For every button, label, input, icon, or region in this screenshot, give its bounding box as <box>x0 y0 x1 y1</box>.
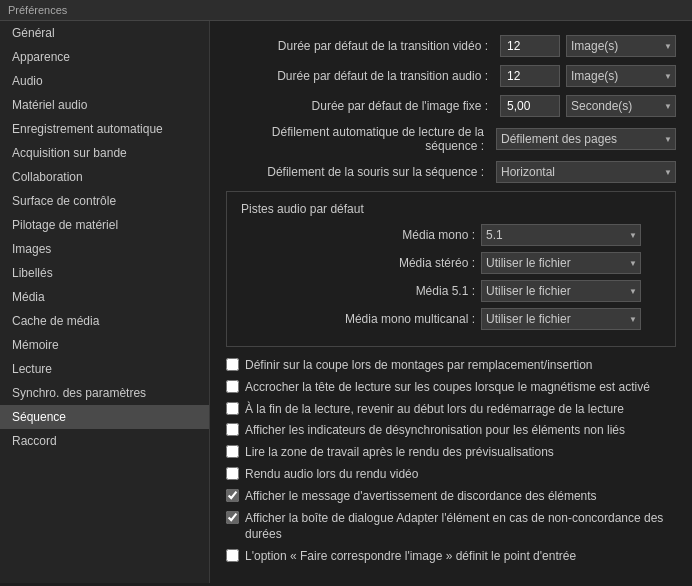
checkbox-label-7: Afficher la boîte de dialogue Adapter l'… <box>245 510 676 544</box>
transition-label-0: Durée par défaut de la transition vidéo … <box>226 39 494 53</box>
sidebar-item-pilotage-materiel[interactable]: Pilotage de matériel <box>0 213 209 237</box>
sidebar-item-synchro-parametres[interactable]: Synchro. des paramètres <box>0 381 209 405</box>
transition-row-2: Durée par défaut de l'image fixe :Second… <box>226 95 676 117</box>
checkbox-row-8: L'option « Faire correspondre l'image » … <box>226 548 676 565</box>
audio-track-select-wrapper-1: Utiliser le fichier <box>481 252 641 274</box>
checkbox-row-4: Lire la zone de travail après le rendu d… <box>226 444 676 461</box>
sidebar-item-media[interactable]: Média <box>0 285 209 309</box>
transition-input-0[interactable] <box>500 35 560 57</box>
sidebar: GénéralApparenceAudioMatériel audioEnreg… <box>0 21 210 583</box>
audio-track-row-2: Média 5.1 :Utiliser le fichier <box>241 280 661 302</box>
audio-track-select-0[interactable]: 5.1 <box>481 224 641 246</box>
sidebar-item-audio[interactable]: Audio <box>0 69 209 93</box>
transition-input-2[interactable] <box>500 95 560 117</box>
sidebar-item-collaboration[interactable]: Collaboration <box>0 165 209 189</box>
checkbox-row-7: Afficher la boîte de dialogue Adapter l'… <box>226 510 676 544</box>
checkbox-row-0: Définir sur la coupe lors de montages pa… <box>226 357 676 374</box>
audio-track-label-0: Média mono : <box>315 228 475 242</box>
mouse-scroll-label: Défilement de la souris sur la séquence … <box>226 165 490 179</box>
sidebar-item-memoire[interactable]: Mémoire <box>0 333 209 357</box>
transition-select-wrapper-0: Image(s) <box>566 35 676 57</box>
mouse-scroll-row: Défilement de la souris sur la séquence … <box>226 161 676 183</box>
checkbox-row-3: Afficher les indicateurs de désynchronis… <box>226 422 676 439</box>
sidebar-item-enregistrement-auto[interactable]: Enregistrement automatique <box>0 117 209 141</box>
checkbox-3[interactable] <box>226 423 239 436</box>
checkbox-0[interactable] <box>226 358 239 371</box>
audio-track-select-3[interactable]: Utiliser le fichier <box>481 308 641 330</box>
transition-row-0: Durée par défaut de la transition vidéo … <box>226 35 676 57</box>
checkbox-4[interactable] <box>226 445 239 458</box>
mouse-scroll-select[interactable]: Horizontal <box>496 161 676 183</box>
checkbox-1[interactable] <box>226 380 239 393</box>
sidebar-item-sequence[interactable]: Séquence <box>0 405 209 429</box>
audio-track-select-2[interactable]: Utiliser le fichier <box>481 280 641 302</box>
transition-select-0[interactable]: Image(s) <box>566 35 676 57</box>
sidebar-item-apparence[interactable]: Apparence <box>0 45 209 69</box>
scrolling-select[interactable]: Défilement des pages <box>496 128 676 150</box>
sidebar-item-raccord[interactable]: Raccord <box>0 429 209 453</box>
scrolling-label: Défilement automatique de lecture de la … <box>226 125 490 153</box>
audio-track-row-0: Média mono :5.1 <box>241 224 661 246</box>
mouse-scroll-select-wrapper: Horizontal <box>496 161 676 183</box>
audio-track-label-2: Média 5.1 : <box>315 284 475 298</box>
transition-select-1[interactable]: Image(s) <box>566 65 676 87</box>
checkbox-2[interactable] <box>226 402 239 415</box>
checkbox-row-1: Accrocher la tête de lecture sur les cou… <box>226 379 676 396</box>
checkbox-label-1: Accrocher la tête de lecture sur les cou… <box>245 379 650 396</box>
checkbox-label-8: L'option « Faire correspondre l'image » … <box>245 548 576 565</box>
checkbox-5[interactable] <box>226 467 239 480</box>
audio-track-row-1: Média stéréo :Utiliser le fichier <box>241 252 661 274</box>
sidebar-item-libelles[interactable]: Libellés <box>0 261 209 285</box>
checkbox-row-6: Afficher le message d'avertissement de d… <box>226 488 676 505</box>
transition-select-wrapper-2: Seconde(s) <box>566 95 676 117</box>
checkbox-label-3: Afficher les indicateurs de désynchronis… <box>245 422 625 439</box>
scrolling-row: Défilement automatique de lecture de la … <box>226 125 676 153</box>
sidebar-item-materiel-audio[interactable]: Matériel audio <box>0 93 209 117</box>
transition-label-1: Durée par défaut de la transition audio … <box>226 69 494 83</box>
checkbox-8[interactable] <box>226 549 239 562</box>
audio-track-row-3: Média mono multicanal :Utiliser le fichi… <box>241 308 661 330</box>
checkbox-row-2: À la fin de la lecture, revenir au début… <box>226 401 676 418</box>
checkbox-label-4: Lire la zone de travail après le rendu d… <box>245 444 554 461</box>
transition-label-2: Durée par défaut de l'image fixe : <box>226 99 494 113</box>
audio-track-select-wrapper-3: Utiliser le fichier <box>481 308 641 330</box>
audio-track-select-wrapper-0: 5.1 <box>481 224 641 246</box>
transition-select-wrapper-1: Image(s) <box>566 65 676 87</box>
audio-track-select-1[interactable]: Utiliser le fichier <box>481 252 641 274</box>
title-bar: Préférences <box>0 0 692 21</box>
transition-input-1[interactable] <box>500 65 560 87</box>
scrolling-select-wrapper: Défilement des pages <box>496 128 676 150</box>
sidebar-item-acquisition-bande[interactable]: Acquisition sur bande <box>0 141 209 165</box>
content-area: Durée par défaut de la transition vidéo … <box>210 21 692 583</box>
sidebar-item-lecture[interactable]: Lecture <box>0 357 209 381</box>
checkbox-label-0: Définir sur la coupe lors de montages pa… <box>245 357 593 374</box>
audio-section-title: Pistes audio par défaut <box>241 202 661 216</box>
transition-row-1: Durée par défaut de la transition audio … <box>226 65 676 87</box>
sidebar-item-images[interactable]: Images <box>0 237 209 261</box>
sidebar-item-cache-media[interactable]: Cache de média <box>0 309 209 333</box>
audio-track-select-wrapper-2: Utiliser le fichier <box>481 280 641 302</box>
audio-section: Pistes audio par défautMédia mono :5.1Mé… <box>226 191 676 347</box>
audio-track-label-1: Média stéréo : <box>315 256 475 270</box>
sidebar-item-general[interactable]: Général <box>0 21 209 45</box>
checkbox-label-5: Rendu audio lors du rendu vidéo <box>245 466 418 483</box>
checkbox-7[interactable] <box>226 511 239 524</box>
checkbox-6[interactable] <box>226 489 239 502</box>
checkbox-label-6: Afficher le message d'avertissement de d… <box>245 488 597 505</box>
sidebar-item-surface-controle[interactable]: Surface de contrôle <box>0 189 209 213</box>
transition-select-2[interactable]: Seconde(s) <box>566 95 676 117</box>
checkbox-row-5: Rendu audio lors du rendu vidéo <box>226 466 676 483</box>
audio-track-label-3: Média mono multicanal : <box>315 312 475 326</box>
checkbox-label-2: À la fin de la lecture, revenir au début… <box>245 401 624 418</box>
window-title: Préférences <box>8 4 67 16</box>
